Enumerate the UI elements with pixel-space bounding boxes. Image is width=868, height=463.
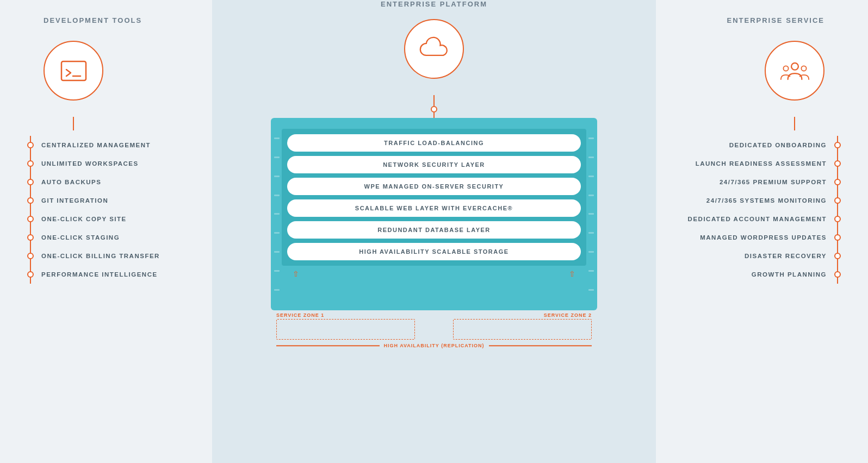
feature-label: ONE-CLICK BILLING TRANSFER — [41, 253, 160, 259]
connector-dot — [431, 106, 437, 112]
zone-1-area: SERVICE ZONE 1 — [276, 312, 415, 340]
feature-label: AUTO BACKUPS — [41, 179, 101, 185]
bullet-dot — [834, 197, 841, 204]
cloud-connector-line — [433, 95, 435, 106]
list-item: ONE-CLICK BILLING TRANSFER — [27, 247, 212, 265]
list-item: GROWTH PLANNING — [656, 265, 841, 284]
list-item: ONE-CLICK COPY SITE — [27, 210, 212, 228]
outer-teal-box: TRAFFIC LOAD-BALANCING NETWORK SECURITY … — [271, 118, 597, 310]
zone2-label: SERVICE ZONE 2 — [453, 312, 592, 318]
ha-row: HIGH AVAILABILITY (REPLICATION) — [271, 343, 597, 348]
feature-label: 24/7/365 PREMIUM SUPPORT — [720, 179, 827, 185]
bullet-dot — [834, 160, 841, 167]
bullet-dot — [834, 216, 841, 222]
stripes-right — [585, 118, 597, 310]
bullet-dot — [27, 197, 34, 204]
list-item: ONE-CLICK STAGING — [27, 228, 212, 247]
feature-label: GIT INTEGRATION — [41, 197, 108, 204]
list-item: LAUNCH READINESS ASSESSMENT — [656, 154, 841, 173]
feature-label: GROWTH PLANNING — [752, 271, 827, 278]
feature-label: DEDICATED ACCOUNT MANAGEMENT — [688, 216, 827, 222]
layer-web: SCALABLE WEB LAYER WITH EVERCACHE® — [287, 199, 581, 217]
bullet-dot — [27, 234, 34, 241]
bullet-dot — [27, 216, 34, 222]
list-item: AUTO BACKUPS — [27, 173, 212, 191]
svg-point-2 — [791, 62, 798, 70]
feature-label: CENTRALIZED MANAGEMENT — [41, 142, 151, 148]
dev-tools-icon — [44, 41, 103, 101]
list-item: DISASTER RECOVERY — [656, 247, 841, 265]
svg-point-3 — [783, 66, 788, 71]
service-icon — [765, 41, 824, 101]
dev-tools-column: DEVELOPMENT TOOLS CENTRALIZED MANAGEMENT — [0, 0, 212, 463]
arrow-up-right: ⇧ — [569, 270, 575, 278]
list-item: MANAGED WORDPRESS UPDATES — [656, 228, 841, 247]
arrow-up-left: ⇧ — [293, 270, 299, 278]
layer-security: WPE MANAGED ON-SERVER SECURITY — [287, 178, 581, 195]
bullet-dot — [27, 253, 34, 259]
zone2-box — [453, 319, 592, 340]
list-item: DEDICATED ONBOARDING — [656, 136, 841, 154]
bullet-dot — [27, 271, 34, 278]
feature-label: DEDICATED ONBOARDING — [729, 142, 827, 148]
list-item: GIT INTEGRATION — [27, 191, 212, 210]
platform-icon — [404, 19, 464, 79]
diagram: DEVELOPMENT TOOLS CENTRALIZED MANAGEMENT — [0, 0, 868, 463]
zone-boxes-row: SERVICE ZONE 1 SERVICE ZONE 2 — [271, 312, 597, 340]
feature-label: MANAGED WORDPRESS UPDATES — [700, 234, 827, 241]
cloud-connector-line2 — [433, 112, 435, 118]
stripes-left — [271, 118, 283, 310]
bullet-dot — [834, 142, 841, 148]
right-icon-connector — [794, 117, 795, 130]
feature-label: ONE-CLICK COPY SITE — [41, 216, 127, 222]
dev-tools-list: CENTRALIZED MANAGEMENT UNLIMITED WORKSPA… — [27, 136, 212, 284]
bullet-dot — [834, 271, 841, 278]
bullet-dot — [27, 160, 34, 167]
feature-label: 24/7/365 SYSTEMS MONITORING — [706, 197, 827, 204]
layer-traffic: TRAFFIC LOAD-BALANCING — [287, 134, 581, 152]
layer-network: NETWORK SECURITY LAYER — [287, 156, 581, 173]
bullet-dot — [27, 142, 34, 148]
service-title: ENTERPRISE SERVICE — [656, 16, 841, 24]
layer-storage: HIGH AVAILABILITY SCALABLE STORAGE — [287, 243, 581, 260]
inner-platform-box: TRAFFIC LOAD-BALANCING NETWORK SECURITY … — [282, 129, 586, 266]
list-item: 24/7/365 PREMIUM SUPPORT — [656, 173, 841, 191]
list-item: PERFORMANCE INTELLIGENCE — [27, 265, 212, 284]
arrows-row: ⇧ ⇧ — [282, 270, 586, 278]
platform-wrapper: TRAFFIC LOAD-BALANCING NETWORK SECURITY … — [271, 118, 597, 348]
bullet-dot — [27, 179, 34, 185]
feature-label: DISASTER RECOVERY — [745, 253, 827, 259]
service-list: DEDICATED ONBOARDING LAUNCH READINESS AS… — [656, 136, 841, 284]
platform-title: ENTERPRISE PLATFORM — [381, 0, 487, 8]
svg-rect-0 — [61, 61, 86, 80]
zone1-label: SERVICE ZONE 1 — [276, 312, 415, 318]
enterprise-platform-column: ENTERPRISE PLATFORM — [212, 0, 656, 463]
feature-label: LAUNCH READINESS ASSESSMENT — [696, 160, 827, 167]
feature-label: ONE-CLICK STAGING — [41, 234, 120, 241]
bullet-dot — [834, 234, 841, 241]
layer-database: REDUNDANT DATABASE LAYER — [287, 221, 581, 239]
list-item: CENTRALIZED MANAGEMENT — [27, 136, 212, 154]
svg-point-4 — [801, 66, 806, 71]
dev-tools-title: DEVELOPMENT TOOLS — [27, 16, 212, 24]
feature-label: PERFORMANCE INTELLIGENCE — [41, 271, 158, 278]
list-item: UNLIMITED WORKSPACES — [27, 154, 212, 173]
zone1-box — [276, 319, 415, 340]
enterprise-service-column: ENTERPRISE SERVICE — [656, 0, 868, 463]
bullet-dot — [834, 179, 841, 185]
feature-label: UNLIMITED WORKSPACES — [41, 160, 139, 167]
list-item: DEDICATED ACCOUNT MANAGEMENT — [656, 210, 841, 228]
bullet-dot — [834, 253, 841, 259]
cloud-area — [404, 19, 464, 118]
zone-2-area: SERVICE ZONE 2 — [453, 312, 592, 340]
ha-text: HIGH AVAILABILITY (REPLICATION) — [380, 343, 489, 348]
list-item: 24/7/365 SYSTEMS MONITORING — [656, 191, 841, 210]
